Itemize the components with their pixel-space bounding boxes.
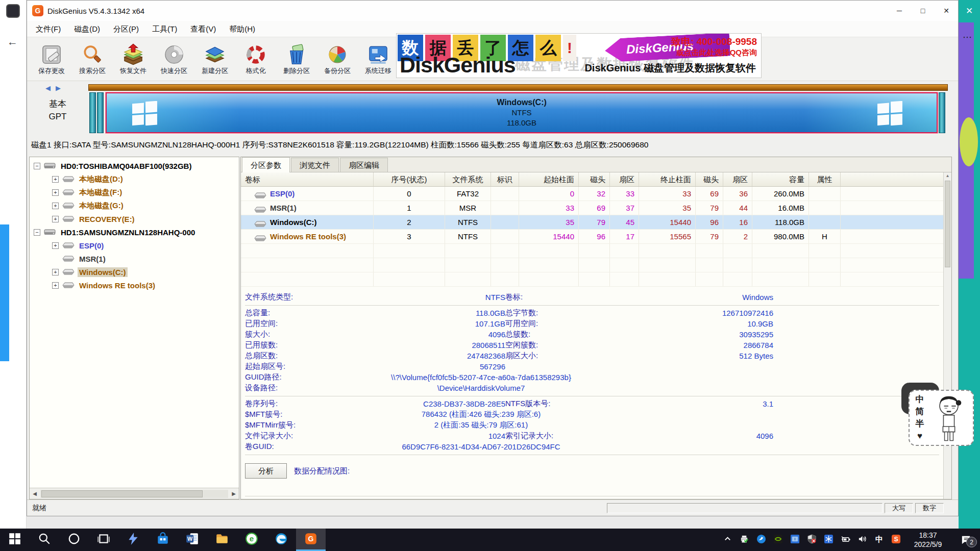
taskbar-clock[interactable]: 18:37 2022/5/9 (904, 531, 951, 549)
pinned-app-lightning[interactable] (118, 529, 148, 551)
notification-center-button[interactable]: 2 (951, 529, 980, 551)
column-header[interactable]: 磁头 (579, 172, 610, 186)
tree-item-msr-1[interactable]: MSR(1) (30, 252, 239, 265)
cortana-button[interactable] (59, 529, 89, 551)
menu-h[interactable]: 帮助(H) (223, 21, 262, 37)
backup-partition-button[interactable]: 备份分区 (317, 37, 358, 81)
nav-forward-icon[interactable]: ▶ (56, 84, 61, 92)
scrollbar-thumb[interactable] (41, 490, 203, 497)
collapse-icon[interactable]: − (34, 229, 40, 236)
taskbar-app-diskgenius[interactable]: G (296, 529, 326, 551)
search-button[interactable]: 搜索分区 (72, 37, 113, 81)
scroll-right-button[interactable]: ▶ (229, 491, 239, 496)
column-header[interactable]: 磁头 (696, 172, 723, 186)
column-header[interactable]: 起始柱面 (519, 172, 579, 186)
scroll-up-button[interactable]: ▲ (944, 172, 951, 180)
tray-security-shield[interactable] (803, 529, 820, 551)
tray-ime[interactable]: 中 (871, 529, 888, 551)
ime-floating-panel[interactable]: 中简半♥ (909, 390, 974, 446)
tab-[interactable]: 浏览文件 (291, 158, 339, 172)
partition-block-windows-c[interactable]: Windows(C:) NTFS 118.0GB (106, 92, 938, 133)
column-header[interactable]: 卷标 (241, 172, 374, 186)
ad-banner[interactable]: 磁盘管理及数据恢复软件 数据丢了怎么! DiskGenius DiskGeniu… (396, 33, 762, 78)
more-options-icon[interactable]: ⋯ (963, 32, 972, 43)
system-migrate-button[interactable]: 系统迁移 (358, 37, 399, 81)
tree-item-esp-0[interactable]: +ESP(0) (30, 239, 239, 252)
close-button[interactable]: ✕ (935, 1, 958, 21)
tray-messenger[interactable] (753, 529, 770, 551)
tree-item-hd0-toshibamq04abf100-932gb[interactable]: −HD0:TOSHIBAMQ04ABF100(932GB) (30, 159, 239, 172)
minimize-button[interactable]: ─ (888, 1, 911, 21)
tray-nvidia[interactable] (770, 529, 787, 551)
partition-row-windows-c[interactable]: Windows(C:)2NTFS357945154409616118.0GB (241, 215, 951, 230)
expand-icon[interactable]: + (52, 269, 59, 276)
pinned-app-store[interactable] (148, 529, 178, 551)
new-partition-button[interactable]: 新建分区 (194, 37, 235, 81)
tray-chevron[interactable] (719, 529, 736, 551)
tray-volume[interactable] (854, 529, 871, 551)
menu-d[interactable]: 磁盘(D) (67, 21, 107, 37)
tab-[interactable]: 分区参数 (242, 157, 290, 172)
tray-printer[interactable] (736, 529, 753, 551)
expand-icon[interactable]: + (52, 216, 59, 222)
expand-icon[interactable]: + (52, 176, 59, 183)
pinned-app-edge[interactable] (266, 529, 296, 551)
banner-qq-link[interactable]: 或点击此处选择QQ咨询 (676, 48, 757, 58)
expand-icon[interactable]: + (52, 189, 59, 196)
expand-icon[interactable]: + (52, 203, 59, 209)
partition-block-msr[interactable] (97, 92, 104, 133)
maximize-button[interactable]: □ (911, 1, 935, 21)
nav-back-icon[interactable]: ◀ (45, 84, 51, 92)
partition-block-esp[interactable] (89, 92, 96, 133)
format-button[interactable]: 格式化 (235, 37, 276, 81)
partition-row-esp-0[interactable]: ESP(0)0FAT3203233336936260.0MB (241, 187, 951, 201)
tree-item-d[interactable]: +本地磁盘(D:) (30, 172, 239, 186)
scrollbar-thumb[interactable] (945, 181, 950, 267)
tray-intel-graphics[interactable]: i (787, 529, 803, 551)
recover-files-button[interactable]: 恢复文件 (113, 37, 154, 81)
column-header[interactable]: 扇区 (610, 172, 639, 186)
vertical-scrollbar[interactable]: ▲ (943, 172, 951, 499)
tree-item-recovery-e[interactable]: +RECOVERY(E:) (30, 212, 239, 226)
column-header[interactable]: 文件系统 (445, 172, 491, 186)
pinned-app-explorer[interactable] (207, 529, 237, 551)
partition-row-msr-1[interactable]: MSR(1)1MSR33693735794416.0MB (241, 201, 951, 215)
column-header[interactable]: 终止柱面 (639, 172, 696, 186)
taskbar-search-button[interactable] (30, 529, 59, 551)
delete-partition-button[interactable]: 删除分区 (276, 37, 317, 81)
tray-snowflake[interactable] (820, 529, 837, 551)
column-header[interactable]: 扇区 (723, 172, 752, 186)
horizontal-scrollbar[interactable]: ◀ ▶ (30, 488, 239, 499)
back-arrow-icon[interactable]: ← (7, 36, 18, 48)
column-header[interactable]: 标识 (491, 172, 519, 186)
tree-item-f[interactable]: +本地磁盘(F:) (30, 186, 239, 199)
column-header[interactable]: 序号(状态) (374, 172, 445, 186)
quick-partition-button[interactable]: 快速分区 (154, 37, 194, 81)
column-header[interactable]: 属性 (809, 172, 841, 186)
partition-block-re-tools[interactable] (939, 92, 945, 133)
menu-v[interactable]: 查看(V) (184, 21, 223, 37)
menu-p[interactable]: 分区(P) (107, 21, 145, 37)
expand-icon[interactable]: + (52, 282, 59, 289)
tree-item-g[interactable]: +本地磁盘(G:) (30, 199, 239, 212)
background-close-icon[interactable]: ✕ (959, 0, 980, 21)
tree-item-windows-c[interactable]: +Windows(C:) (30, 265, 239, 279)
tree-item-windows-re-tools-3[interactable]: +Windows RE tools(3) (30, 279, 239, 292)
pinned-app-browser-green[interactable]: e (237, 529, 266, 551)
tab-[interactable]: 扇区编辑 (340, 158, 388, 172)
menu-t[interactable]: 工具(T) (145, 21, 184, 37)
column-header[interactable]: 容量 (752, 172, 809, 186)
tray-power[interactable] (837, 529, 854, 551)
task-view-button[interactable] (89, 529, 118, 551)
scroll-left-button[interactable]: ◀ (30, 491, 40, 496)
tree-item-hd1-samsungmznln128hahq-000[interactable]: −HD1:SAMSUNGMZNLN128HAHQ-000 (30, 226, 239, 239)
analyze-button[interactable]: 分析 (245, 463, 287, 479)
tray-sogou[interactable]: S (888, 529, 904, 551)
collapse-icon[interactable]: − (34, 163, 40, 169)
pinned-app-word[interactable]: W (178, 529, 207, 551)
start-button[interactable] (0, 529, 30, 551)
partition-row-windows-re-tools-3[interactable]: Windows RE tools(3)3NTFS1544096171556579… (241, 230, 951, 244)
menu-f[interactable]: 文件(F) (29, 21, 67, 37)
save-button[interactable]: 保存更改 (31, 37, 72, 81)
expand-icon[interactable]: + (52, 242, 59, 249)
